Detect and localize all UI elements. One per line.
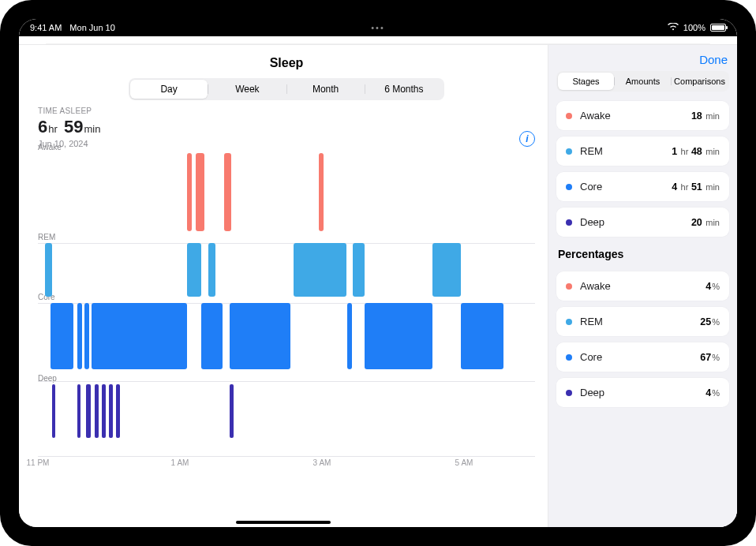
sleep-bar-core[interactable] bbox=[461, 303, 503, 369]
stage-name: Deep bbox=[580, 216, 604, 228]
lane-rem bbox=[38, 243, 535, 297]
status-time: 9:41 AM bbox=[30, 23, 62, 32]
x-tick: 1 AM bbox=[171, 458, 189, 467]
percentages-list: Awake4%REM25%Core67%Deep4% bbox=[556, 271, 729, 407]
stage-dot-icon bbox=[566, 354, 572, 361]
stage-dot-icon bbox=[566, 283, 572, 290]
segment-week[interactable]: Week bbox=[208, 80, 286, 99]
stage-name: Awake bbox=[580, 280, 611, 292]
home-indicator[interactable] bbox=[236, 521, 331, 524]
sleep-bar-awake[interactable] bbox=[187, 153, 192, 231]
stage-name: Deep bbox=[580, 387, 604, 398]
screen: 9:41 AM Mon Jun 10 ••• 100% Sleep DayWee… bbox=[19, 19, 737, 527]
sleep-bar-core[interactable] bbox=[365, 303, 432, 369]
app-sheet: Sleep DayWeekMonth6 Months TIME ASLEEP 6… bbox=[19, 44, 737, 527]
stage-dot-icon bbox=[566, 184, 572, 190]
stage-dot-icon bbox=[566, 113, 572, 119]
sleep-bar-awake[interactable] bbox=[196, 153, 204, 231]
summary-value: 6hr 59min bbox=[38, 117, 102, 137]
lane-core bbox=[38, 303, 535, 369]
list-item-rem[interactable]: REM25% bbox=[556, 307, 729, 336]
detail-segmented[interactable]: StagesAmountsComparisons bbox=[556, 71, 729, 92]
sleep-bar-deep[interactable] bbox=[86, 384, 91, 438]
list-item-core[interactable]: Core4 hr 51 min bbox=[556, 172, 729, 201]
sleep-bar-deep[interactable] bbox=[77, 384, 80, 438]
sleep-bar-awake[interactable] bbox=[319, 153, 324, 231]
list-item-deep[interactable]: Deep4% bbox=[556, 378, 729, 407]
page-title: Sleep bbox=[38, 50, 535, 78]
stage-name: Core bbox=[580, 181, 602, 193]
stages-list: Awake18 minREM1 hr 48 minCore4 hr 51 min… bbox=[556, 101, 729, 237]
info-button[interactable]: i bbox=[519, 131, 535, 147]
segment-day[interactable]: Day bbox=[130, 80, 208, 99]
list-item-deep[interactable]: Deep20 min bbox=[556, 208, 729, 237]
segment-amounts[interactable]: Amounts bbox=[615, 73, 671, 90]
stage-name: REM bbox=[580, 145, 603, 157]
list-item-rem[interactable]: REM1 hr 48 min bbox=[556, 136, 729, 166]
sleep-bar-core[interactable] bbox=[92, 303, 187, 369]
main-column: Sleep DayWeekMonth6 Months TIME ASLEEP 6… bbox=[19, 45, 548, 527]
list-item-awake[interactable]: Awake4% bbox=[556, 271, 729, 301]
segment-6-months[interactable]: 6 Months bbox=[365, 80, 443, 99]
segment-stages[interactable]: Stages bbox=[558, 73, 614, 90]
sleep-bar-rem[interactable] bbox=[45, 243, 52, 297]
battery-pct: 100% bbox=[683, 23, 705, 32]
lane-label-rem: REM bbox=[38, 233, 55, 243]
sleep-bar-awake[interactable] bbox=[224, 153, 231, 231]
segment-month[interactable]: Month bbox=[287, 80, 365, 99]
sleep-bar-core[interactable] bbox=[230, 303, 290, 369]
lane-label-awake: Awake bbox=[38, 143, 62, 153]
multitask-dots-icon[interactable]: ••• bbox=[371, 23, 385, 32]
sleep-bar-rem[interactable] bbox=[294, 243, 347, 297]
sleep-bar-core[interactable] bbox=[77, 303, 82, 369]
sleep-bar-rem[interactable] bbox=[187, 243, 201, 297]
segment-comparisons[interactable]: Comparisons bbox=[672, 73, 728, 90]
sleep-bar-deep[interactable] bbox=[52, 384, 55, 438]
sleep-bar-core[interactable] bbox=[51, 303, 73, 369]
stage-value: 1 hr 48 min bbox=[672, 146, 720, 157]
stage-value: 4% bbox=[705, 387, 720, 398]
battery-icon bbox=[710, 24, 726, 32]
sidebar: Done StagesAmountsComparisons Awake18 mi… bbox=[548, 45, 737, 527]
stage-value: 4 hr 51 min bbox=[672, 181, 720, 193]
sleep-bar-deep[interactable] bbox=[109, 384, 113, 438]
sleep-bar-core[interactable] bbox=[201, 303, 223, 369]
summary-overline: TIME ASLEEP bbox=[38, 107, 102, 115]
sleep-bar-core[interactable] bbox=[84, 303, 88, 369]
sleep-bar-rem[interactable] bbox=[353, 243, 365, 297]
stage-dot-icon bbox=[566, 319, 572, 325]
list-item-awake[interactable]: Awake18 min bbox=[556, 101, 729, 130]
sleep-bar-deep[interactable] bbox=[116, 384, 120, 438]
sheet-background-peek bbox=[46, 36, 710, 44]
stage-value: 20 min bbox=[691, 217, 720, 228]
ipad-frame: 9:41 AM Mon Jun 10 ••• 100% Sleep DayWee… bbox=[0, 0, 756, 546]
info-icon: i bbox=[526, 133, 528, 144]
x-tick: 11 PM bbox=[27, 458, 50, 467]
list-item-core[interactable]: Core67% bbox=[556, 342, 729, 372]
stage-value: 67% bbox=[700, 352, 720, 363]
time-range-segmented[interactable]: DayWeekMonth6 Months bbox=[129, 78, 444, 100]
sleep-bar-deep[interactable] bbox=[230, 384, 234, 438]
sleep-bar-rem[interactable] bbox=[208, 243, 215, 297]
stage-value: 4% bbox=[705, 281, 720, 292]
sleep-bar-deep[interactable] bbox=[102, 384, 106, 438]
stage-name: Core bbox=[580, 351, 602, 363]
stage-name: REM bbox=[580, 316, 603, 327]
stage-dot-icon bbox=[566, 219, 572, 226]
lane-label-deep: Deep bbox=[38, 374, 57, 384]
lane-deep bbox=[38, 384, 535, 438]
percentages-header: Percentages bbox=[558, 248, 728, 260]
stage-dot-icon bbox=[566, 148, 572, 155]
sleep-stages-chart[interactable]: AwakeREMCoreDeep 11 PM1 AM3 AM5 AM bbox=[38, 153, 535, 467]
sleep-bar-core[interactable] bbox=[347, 303, 352, 369]
gridline bbox=[38, 381, 535, 382]
wifi-icon bbox=[668, 22, 679, 33]
lane-awake bbox=[38, 153, 535, 231]
status-date: Mon Jun 10 bbox=[69, 23, 114, 32]
done-button[interactable]: Done bbox=[699, 53, 728, 66]
sleep-bar-deep[interactable] bbox=[95, 384, 99, 438]
sleep-bar-rem[interactable] bbox=[432, 243, 461, 297]
x-tick: 5 AM bbox=[455, 458, 473, 467]
x-tick: 3 AM bbox=[313, 458, 331, 467]
stage-value: 25% bbox=[700, 316, 720, 327]
